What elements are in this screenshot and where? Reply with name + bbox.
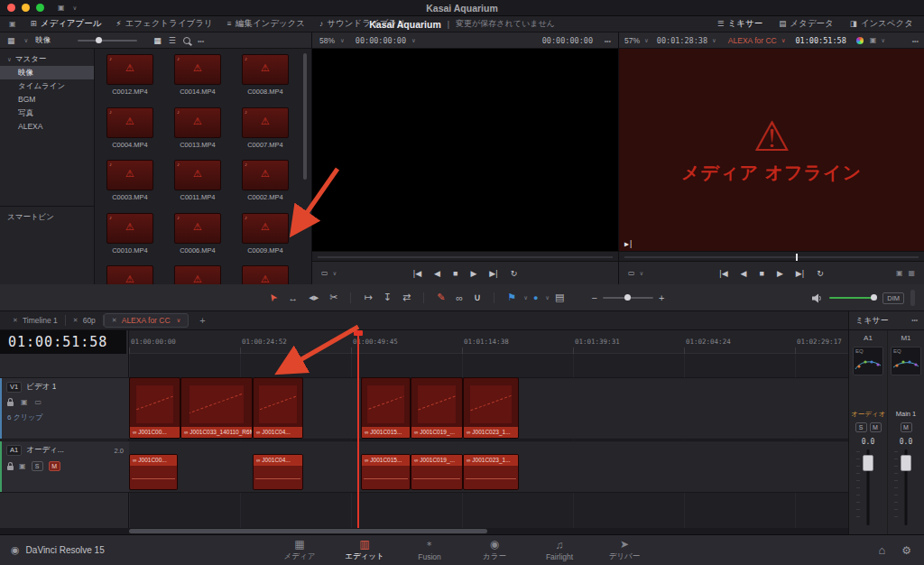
- play-button[interactable]: ▶: [773, 269, 787, 278]
- effects-library-toggle[interactable]: ⚡ エフェクトライブラリ: [116, 18, 213, 30]
- zoom-window-button[interactable]: [36, 4, 44, 12]
- bin-item-video[interactable]: 映像: [0, 66, 94, 79]
- edit-index-toggle[interactable]: ≡ 編集インデックス: [227, 18, 305, 30]
- selection-tool-icon[interactable]: ➤: [263, 286, 283, 309]
- timeline-audio-clip[interactable]: ∞J001C04...: [253, 454, 303, 490]
- lock-track-icon[interactable]: [7, 466, 14, 470]
- timeline-tab[interactable]: ✕ 60p: [66, 314, 103, 327]
- program-options-icon[interactable]: •••: [912, 38, 919, 44]
- timeline-selector[interactable]: ALEXA for CC: [728, 36, 777, 45]
- timeline-video-clip[interactable]: ∞J001C023_1...: [463, 377, 519, 439]
- clip-thumbnail[interactable]: ♪⚠: [106, 160, 153, 190]
- search-icon[interactable]: [183, 37, 190, 44]
- zoom-out-icon[interactable]: −: [587, 292, 603, 303]
- clip-thumbnail[interactable]: ♪⚠: [242, 54, 289, 85]
- insert-clip-icon[interactable]: ↦: [358, 292, 377, 303]
- dynamic-trim-mode-icon[interactable]: ◂▸: [303, 292, 324, 303]
- timeline-audio-clip[interactable]: ∞J001C015...: [361, 454, 411, 490]
- disable-track-icon[interactable]: ▭: [35, 398, 42, 406]
- minimize-window-button[interactable]: [22, 4, 30, 12]
- solo-track-button[interactable]: S: [32, 461, 43, 471]
- speaker-icon[interactable]: [812, 293, 823, 303]
- dual-viewer-icon[interactable]: ▣: [870, 37, 877, 44]
- source-scrub-bar[interactable]: [312, 251, 618, 262]
- lock-track-icon[interactable]: [7, 402, 14, 406]
- clip-thumbnail-partial[interactable]: ⚠: [174, 265, 221, 284]
- playhead-handle[interactable]: [354, 330, 363, 336]
- go-to-first-frame-button[interactable]: |◀: [716, 269, 731, 278]
- trim-edit-mode-icon[interactable]: ↔: [282, 292, 303, 303]
- timeline-tab[interactable]: ✕ Timeline 1: [5, 314, 65, 327]
- timeline-zoom-knob[interactable]: [624, 294, 631, 301]
- clip-thumbnail[interactable]: ♪⚠: [174, 160, 221, 190]
- flag-icon[interactable]: ⚑: [502, 292, 522, 303]
- close-window-button[interactable]: [7, 4, 15, 12]
- page-media[interactable]: ▦ メディア: [276, 539, 323, 562]
- mute-track-button[interactable]: M: [49, 461, 60, 471]
- timeline-scrollbar[interactable]: [0, 528, 848, 534]
- resolve-logo-icon[interactable]: ◉: [11, 545, 20, 555]
- fader-value[interactable]: 0.0: [889, 438, 923, 446]
- clip-thumbnail[interactable]: ♪⚠: [174, 54, 221, 85]
- source-timecode-in[interactable]: 00:00:00:00: [356, 36, 406, 45]
- pool-scrollbar[interactable]: [303, 53, 307, 180]
- clip-thumbnail[interactable]: ♪⚠: [242, 213, 289, 244]
- thumbnail-size-knob[interactable]: [96, 37, 102, 43]
- clip-thumbnail[interactable]: ♪⚠: [106, 213, 153, 244]
- source-video-area[interactable]: [312, 49, 618, 251]
- auto-select-icon[interactable]: ▣: [21, 398, 28, 406]
- metadata-toggle[interactable]: ▤ メタデータ: [779, 18, 833, 30]
- checkbox-icon[interactable]: ▣: [9, 21, 16, 28]
- page-deliver[interactable]: ➤ デリバー: [601, 539, 648, 562]
- loop-button[interactable]: ↻: [507, 269, 522, 278]
- inspector-toggle[interactable]: ◨ インスペクタ: [850, 18, 913, 30]
- stop-button[interactable]: ■: [756, 269, 768, 278]
- toolbar-scroll-handle[interactable]: [910, 290, 915, 306]
- timeline-video-clip[interactable]: ∞J001C033_140110_R6M...: [180, 377, 253, 439]
- chevron-down-icon[interactable]: ∨: [411, 37, 416, 44]
- timeline-audio-clip[interactable]: ∞J001C019_...: [411, 454, 463, 490]
- audio-track-header[interactable]: A1 オーディ... 2.0 ▣ S M: [0, 440, 129, 493]
- clip-thumbnail[interactable]: ♪⚠: [174, 213, 221, 244]
- thumbnail-view-icon[interactable]: ▦: [153, 37, 162, 45]
- clip-thumbnail[interactable]: ♪⚠: [106, 107, 153, 138]
- clip-view-icon[interactable]: ▭: [321, 270, 328, 277]
- clip-thumbnail[interactable]: ♪⚠: [174, 107, 221, 138]
- close-icon[interactable]: ✕: [13, 317, 18, 324]
- mixer-toggle[interactable]: ☰ ミキサー: [717, 18, 762, 30]
- bin-item-timeline[interactable]: タイムライン: [0, 79, 94, 93]
- timeline-ruler[interactable]: 01:00:00:00 01:00:24:52 01:00:49:45 01:0…: [129, 330, 848, 354]
- fader-value[interactable]: 0.0: [851, 438, 885, 446]
- audio-level-knob[interactable]: [871, 294, 877, 301]
- clip-thumbnail[interactable]: ♪⚠: [106, 54, 153, 85]
- timeline-audio-clip[interactable]: ∞J001C023_1...: [463, 454, 519, 490]
- clip-thumbnail[interactable]: ♪⚠: [242, 107, 289, 138]
- timeline-tab-active[interactable]: ✕ ALEXA for CC ∨: [104, 313, 189, 328]
- bin-item-bgm[interactable]: BGM: [0, 93, 94, 107]
- scrub-playhead-marker[interactable]: [796, 254, 798, 261]
- timeline-tracks-area[interactable]: ∞J001C00... ∞J001C033_140110_R6M... ∞J00…: [129, 354, 848, 528]
- video-track-name[interactable]: ビデオ 1: [26, 382, 56, 393]
- audio-track-name[interactable]: オーディ...: [26, 445, 64, 456]
- close-icon[interactable]: ✕: [112, 317, 117, 324]
- replace-clip-icon[interactable]: ⇄: [397, 292, 416, 303]
- go-to-last-frame-button[interactable]: ▶|: [792, 269, 808, 278]
- list-view-icon[interactable]: ☰: [169, 37, 176, 45]
- chevron-down-icon[interactable]: ∨: [712, 37, 716, 44]
- link-clips-icon[interactable]: ∞: [450, 292, 468, 303]
- chevron-down-icon[interactable]: ∨: [24, 37, 29, 44]
- page-color[interactable]: ◉ カラー: [471, 539, 518, 562]
- source-options-icon[interactable]: •••: [605, 38, 611, 44]
- pool-options-icon[interactable]: •••: [198, 38, 204, 44]
- fader-handle[interactable]: [901, 455, 911, 471]
- loop-button[interactable]: ↻: [813, 269, 827, 278]
- eq-thumbnail[interactable]: EQ: [891, 347, 921, 375]
- channel-fader[interactable]: [851, 449, 885, 525]
- play-reverse-button[interactable]: ◀: [430, 269, 444, 278]
- video-track-header[interactable]: V1 ビデオ 1 ▣ ▭ 6 クリップ: [0, 377, 129, 440]
- marker-icon[interactable]: ●: [528, 293, 543, 302]
- timeline-video-area[interactable]: ⚠ メディア オフライン ▶|: [619, 49, 924, 251]
- timeline-video-clip[interactable]: ∞J001C04...: [253, 377, 303, 439]
- mute-channel-button[interactable]: M: [870, 422, 882, 432]
- clip-thumbnail[interactable]: ♪⚠: [242, 160, 289, 190]
